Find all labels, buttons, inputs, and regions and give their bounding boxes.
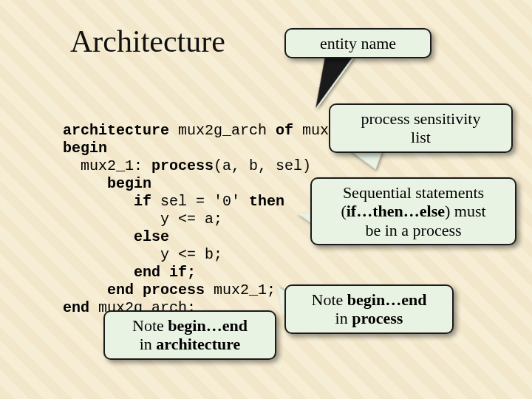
code-text: y <= b;: [63, 246, 222, 263]
code-text: sel = '0': [151, 193, 249, 210]
callout-begin-end-architecture: Note begin…end in architecture: [103, 310, 276, 360]
callout-text: in process: [293, 309, 445, 327]
callout-text: process sensitivity: [338, 109, 504, 128]
kw-begin: begin: [63, 175, 151, 192]
kw-endif: end if;: [63, 264, 196, 281]
callout-sensitivity-list: process sensitivity list: [329, 103, 513, 153]
kw-then: then: [249, 193, 284, 210]
code-text: mux2g_arch: [169, 122, 276, 139]
slide: Architecture architecture mux2g_arch of …: [0, 0, 532, 399]
callout-sequential-stmts: Sequential statements (if…then…else) mus…: [310, 177, 516, 245]
callout-text: Sequential statements: [319, 183, 508, 202]
kw-architecture: architecture: [63, 122, 169, 139]
slide-title: Architecture: [70, 24, 225, 59]
callout-text: (if…then…else) must: [319, 202, 508, 220]
callout-text: list: [338, 128, 504, 146]
kw-end: end: [63, 299, 89, 316]
code-text: y <= a;: [63, 211, 222, 228]
callout-text: entity name: [293, 34, 423, 52]
kw-if: if: [63, 193, 151, 210]
kw-endprocess: end process: [63, 282, 205, 299]
code-text: (a, b, sel): [214, 157, 311, 174]
kw-begin: begin: [63, 140, 107, 157]
callout-begin-end-process: Note begin…end in process: [284, 284, 454, 334]
callout-tail: [310, 58, 355, 109]
kw-of: of: [276, 122, 293, 139]
callout-entity-name: entity name: [284, 28, 432, 58]
callout-text: Note begin…end: [293, 290, 445, 309]
kw-process: process: [151, 157, 214, 174]
callout-text: in architecture: [112, 335, 267, 353]
kw-else: else: [63, 228, 169, 245]
callout-text: be in a process: [319, 221, 508, 239]
code-text: mux2_1:: [63, 157, 151, 174]
code-text: mux2_1;: [205, 282, 276, 299]
callout-text: Note begin…end: [112, 316, 267, 335]
